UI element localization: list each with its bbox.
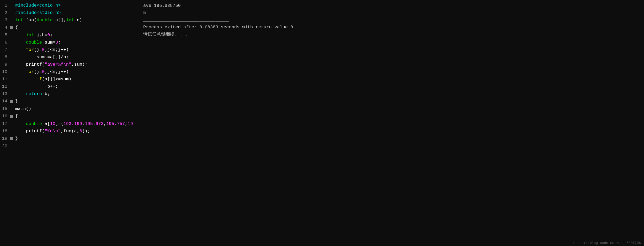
- code-token: main(): [15, 106, 31, 111]
- code-content: return b;: [14, 91, 50, 97]
- code-token: [15, 77, 37, 82]
- breakpoint-indicator: [10, 135, 14, 143]
- code-content: for(j=0;j<n;j++): [14, 46, 69, 53]
- code-line: 4{: [0, 24, 139, 32]
- code-content: printf("ave=%f\n",sum);: [14, 61, 87, 68]
- code-token: 195.673: [85, 121, 103, 126]
- line-number: 17: [0, 121, 10, 127]
- code-token: [15, 33, 26, 38]
- code-token: n): [74, 18, 82, 23]
- code-line: 17 double a[10]={193.199,195.673,195.757…: [0, 121, 139, 128]
- code-token: ,: [82, 121, 85, 126]
- code-content: double sum=0;: [14, 39, 61, 46]
- code-token: #include<conio.h>: [15, 3, 61, 8]
- line-number: 15: [0, 106, 10, 112]
- code-line: 11 if(a[j]>=sum): [0, 76, 139, 83]
- code-content: #include<conio.h>: [14, 2, 61, 9]
- code-token: fun(: [23, 18, 37, 23]
- code-token: 19: [128, 121, 133, 126]
- code-content: {: [14, 24, 18, 31]
- code-token: 10: [50, 121, 55, 126]
- code-token: a[],: [53, 18, 66, 23]
- code-content: }: [14, 135, 18, 142]
- code-token: [15, 121, 26, 126]
- code-token: for: [26, 69, 34, 74]
- code-token: "%d\n": [45, 129, 61, 134]
- output-line: 请按任意键继续. . .: [143, 31, 640, 38]
- code-line: 10 for(j=0;j<n;j++): [0, 69, 139, 76]
- code-token: printf(: [15, 129, 45, 134]
- code-token: double: [37, 18, 53, 23]
- output-line: Process exited after 0.08383 seconds wit…: [143, 24, 640, 31]
- code-token: {: [15, 25, 18, 30]
- line-number: 14: [0, 98, 10, 105]
- code-token: [15, 40, 26, 45]
- line-number: 6: [0, 39, 10, 46]
- code-token: [15, 91, 26, 96]
- code-token: ;j<n;j++): [45, 69, 69, 74]
- code-token: int: [26, 33, 34, 38]
- code-token: ,: [125, 121, 127, 126]
- code-line: 5 int j,b=0;: [0, 32, 139, 39]
- line-number: 10: [0, 69, 10, 75]
- code-token: 0: [42, 47, 45, 52]
- code-content: if(a[j]>=sum): [14, 76, 71, 83]
- output-panel: ave=195.8387505_________________________…: [139, 0, 644, 246]
- code-token: 0: [55, 40, 58, 45]
- code-token: ;: [58, 40, 61, 45]
- code-line: 6 double sum=0;: [0, 39, 139, 46]
- code-line: 15main(): [0, 106, 139, 113]
- code-token: sum+=a[j]/n;: [15, 55, 69, 60]
- code-token: double: [26, 121, 42, 126]
- code-token: (a[j]>=sum): [42, 77, 71, 82]
- line-number: 7: [0, 46, 10, 53]
- code-token: for: [26, 47, 34, 52]
- breakpoint-indicator: [10, 24, 14, 32]
- line-number: 20: [0, 143, 10, 150]
- code-content: for(j=0;j<n;j++): [14, 69, 69, 75]
- code-token: double: [26, 40, 42, 45]
- code-token: a[: [42, 121, 50, 126]
- code-token: sum=: [42, 40, 55, 45]
- line-number: 9: [0, 61, 10, 68]
- code-content: int fun(double a[],int n): [14, 17, 82, 24]
- code-token: printf(: [15, 62, 45, 67]
- breakpoint-indicator: [10, 113, 14, 121]
- code-content: main(): [14, 106, 31, 112]
- code-line: 2#include<stdio.h>: [0, 9, 139, 17]
- code-token: ,fun(a,: [61, 129, 79, 134]
- code-token: ,: [104, 121, 106, 126]
- code-token: 193.199: [63, 121, 82, 126]
- code-line: 12 b++;: [0, 83, 139, 91]
- line-number: 13: [0, 91, 10, 97]
- code-token: [15, 69, 26, 74]
- code-panel: 1#include<conio.h>2#include<stdio.h>3int…: [0, 0, 139, 246]
- code-content: b++;: [14, 83, 58, 90]
- line-number: 1: [0, 2, 10, 9]
- code-line: 8 sum+=a[j]/n;: [0, 54, 139, 61]
- code-token: [15, 47, 26, 52]
- code-token: 0: [42, 69, 45, 74]
- code-token: 0: [47, 33, 50, 38]
- code-content: sum+=a[j]/n;: [14, 54, 69, 61]
- code-token: int: [15, 18, 23, 23]
- output-line: 5: [143, 9, 640, 16]
- code-token: ;j<n;j++): [45, 47, 69, 52]
- code-content: printf("%d\n",fun(a,8));: [14, 128, 90, 135]
- line-number: 19: [0, 135, 10, 142]
- code-content: double a[10]={193.199,195.673,195.757,19: [14, 121, 133, 127]
- code-token: }: [15, 99, 18, 104]
- line-number: 4: [0, 24, 10, 31]
- code-line: 14}: [0, 98, 139, 106]
- code-line: 3int fun(double a[],int n): [0, 17, 139, 24]
- code-token: (j=: [34, 47, 42, 52]
- code-line: 1#include<conio.h>: [0, 2, 139, 9]
- output-line: ________________________________: [143, 16, 640, 23]
- code-token: b++;: [15, 84, 58, 89]
- code-line: 16{: [0, 113, 139, 121]
- code-line: 20: [0, 143, 139, 150]
- code-line: 9 printf("ave=%f\n",sum);: [0, 61, 139, 69]
- code-token: if: [37, 77, 42, 82]
- code-token: "ave=%f\n": [45, 62, 71, 67]
- code-line: 18 printf("%d\n",fun(a,8));: [0, 128, 139, 135]
